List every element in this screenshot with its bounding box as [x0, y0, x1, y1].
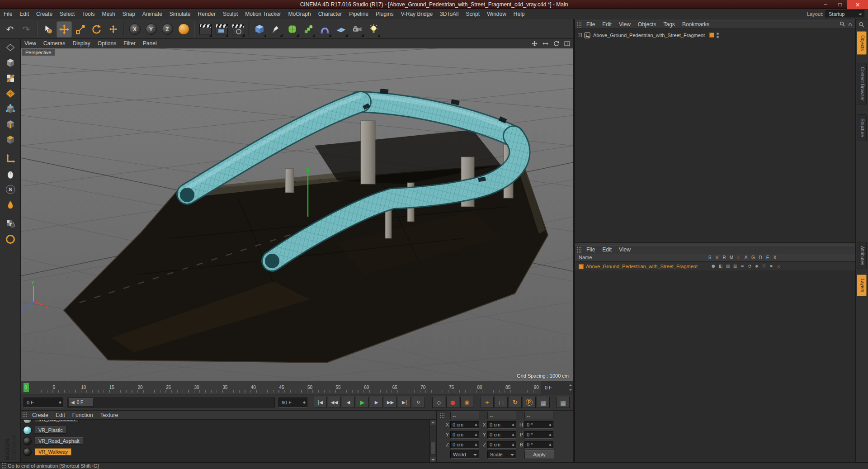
menu-item[interactable]: Help	[510, 9, 528, 19]
lock-workplane-button[interactable]	[2, 217, 19, 231]
material-menu-item[interactable]: Function	[69, 410, 97, 420]
material-item[interactable]: VR_Plastic	[21, 425, 429, 436]
viewport-menu-item[interactable]: Cameras	[40, 38, 69, 48]
world-select[interactable]: World	[450, 450, 479, 459]
record-parameter-toggle[interactable]: P	[523, 397, 536, 408]
menu-item[interactable]: Pipeline	[345, 9, 372, 19]
axis-lock-z-button[interactable]: Z	[160, 21, 175, 38]
minimize-button[interactable]: –	[818, 0, 833, 9]
coordinate-system-button[interactable]	[176, 21, 191, 38]
record-scale-toggle[interactable]: □	[495, 397, 508, 408]
search-icon[interactable]	[859, 22, 864, 28]
layer-manager-menu-item[interactable]: View	[615, 245, 634, 255]
layer-list[interactable]: Above_Ground_Pedestrian_with_Street_Frag…	[575, 261, 855, 462]
axis-lock-x-button[interactable]: X	[127, 21, 142, 38]
object-manager-menu-item[interactable]: Tags	[660, 19, 679, 29]
workplane-mode-button[interactable]	[2, 86, 19, 101]
object-row[interactable]: + Above_Ground_Pedestrian_with_Street_Fr…	[575, 31, 855, 39]
play-button[interactable]: ▶	[356, 397, 369, 408]
layer-column-header[interactable]: M	[728, 255, 735, 260]
viewport-menu-item[interactable]: Panel	[139, 38, 160, 48]
tab-structure[interactable]: Structure	[857, 114, 867, 141]
home-icon[interactable]: ⌂	[848, 21, 852, 28]
viewport-3d[interactable]: Y X Z Perspective Grid Spacing : 1000 cm	[21, 48, 573, 381]
material-name[interactable]: VR_mat_Bottom	[35, 420, 79, 423]
layer-toggle-icon[interactable]: ▪	[768, 264, 775, 270]
model-mode-button[interactable]	[2, 56, 19, 70]
floor-environment-button[interactable]	[333, 21, 349, 38]
end-frame-field[interactable]: 90 F	[278, 398, 307, 407]
name-column-header[interactable]: Name	[575, 255, 706, 260]
material-name[interactable]: VR_Walkway	[35, 448, 71, 455]
rotate-view-icon[interactable]	[552, 40, 560, 47]
panel-grip-icon[interactable]	[576, 21, 581, 28]
rotation-field[interactable]: 0 °	[524, 441, 553, 449]
mograph-cloner-button[interactable]	[301, 21, 316, 38]
cube-primitive-button[interactable]	[252, 21, 267, 38]
polygons-mode-button[interactable]	[2, 133, 19, 147]
timeline-ruler[interactable]: 051015202530354045505560657075808590 0 F	[21, 381, 573, 394]
menu-item[interactable]: Edit	[16, 9, 33, 19]
apply-button[interactable]: Apply	[524, 450, 554, 459]
view-label[interactable]: Perspective	[22, 49, 55, 56]
material-menu-item[interactable]: Create	[28, 410, 52, 420]
layer-toggle-icon[interactable]: ≡	[739, 264, 746, 270]
record-pla-toggle[interactable]: ▦	[537, 397, 550, 408]
next-key-button[interactable]: ▶▶	[384, 397, 397, 408]
menu-item[interactable]: File	[0, 9, 16, 19]
layer-column-header[interactable]: R	[721, 255, 728, 260]
maximize-button[interactable]: □	[833, 0, 847, 9]
viewport-menu-item[interactable]: Display	[69, 38, 94, 48]
viewport-menu-item[interactable]: View	[21, 38, 40, 48]
position-field[interactable]: 0 cm	[450, 441, 479, 449]
pen-spline-button[interactable]	[268, 21, 283, 38]
record-button[interactable]: ●	[446, 397, 459, 408]
render-view-button[interactable]	[198, 21, 213, 38]
layout-select[interactable]: Startup	[826, 10, 864, 18]
expand-toggle-icon[interactable]: +	[578, 33, 582, 37]
go-to-start-button[interactable]: |◀	[314, 397, 327, 408]
layer-column-header[interactable]: L	[735, 255, 742, 260]
menu-item[interactable]: Character	[315, 9, 346, 19]
rotate-tool-button[interactable]	[89, 21, 104, 38]
position-field[interactable]: 0 cm	[450, 421, 479, 429]
redo-button[interactable]: ↷	[19, 21, 34, 38]
menu-item[interactable]: Animate	[139, 9, 166, 19]
scrollbar-handle[interactable]	[430, 442, 435, 455]
rotation-band-button[interactable]	[2, 232, 19, 246]
material-menu-item[interactable]: Edit	[52, 410, 69, 420]
menu-item[interactable]: 3DToAll	[436, 9, 462, 19]
menu-item[interactable]: Simulate	[166, 9, 194, 19]
layer-toggle-icon[interactable]: ◔	[746, 264, 753, 270]
layer-toggle-icon[interactable]: ▤	[724, 264, 731, 270]
layer-column-header[interactable]: E	[764, 255, 771, 260]
layer-toggle-icon[interactable]: ▥	[731, 264, 739, 270]
size-field[interactable]: 0 cm	[487, 421, 516, 429]
set-keyframe-button[interactable]: ◇	[432, 397, 445, 408]
last-tool-button[interactable]	[105, 21, 121, 38]
position-field[interactable]: 0 cm	[450, 431, 479, 439]
layer-name[interactable]: Above_Ground_Pedestrian_with_Street_Frag…	[586, 264, 710, 269]
zoom-view-icon[interactable]	[542, 40, 549, 47]
timeline-slider[interactable]: ◀ 0 F	[67, 398, 275, 407]
subdivision-surface-button[interactable]	[284, 21, 300, 38]
size-field[interactable]: 0 cm	[487, 441, 516, 449]
layer-color-chip[interactable]	[709, 33, 714, 38]
previous-key-button[interactable]: ◀◀	[328, 397, 341, 408]
scroll-down-icon[interactable]	[430, 457, 436, 462]
size-header-select[interactable]: --	[487, 412, 516, 419]
record-position-toggle[interactable]: +	[481, 397, 494, 408]
rotation-header-select[interactable]: --	[524, 412, 553, 419]
menu-item[interactable]: Sculpt	[219, 9, 241, 19]
menu-item[interactable]: Snap	[119, 9, 139, 19]
layer-toggle-icon[interactable]: ◆	[753, 264, 760, 270]
material-name[interactable]: VR_Plastic	[35, 426, 66, 434]
rotation-field[interactable]: 0 °	[524, 431, 553, 439]
timeline-slider-handle[interactable]: ◀ 0 F	[68, 398, 94, 407]
layer-toggle-icon[interactable]: ◧	[717, 264, 724, 270]
layer-toggle-icon[interactable]: ▽	[760, 264, 768, 270]
menu-item[interactable]: Plugins	[372, 9, 397, 19]
menu-item[interactable]: Script	[462, 9, 483, 19]
autokey-button[interactable]: ◉	[460, 397, 473, 408]
next-frame-button[interactable]: ▶	[370, 397, 383, 408]
